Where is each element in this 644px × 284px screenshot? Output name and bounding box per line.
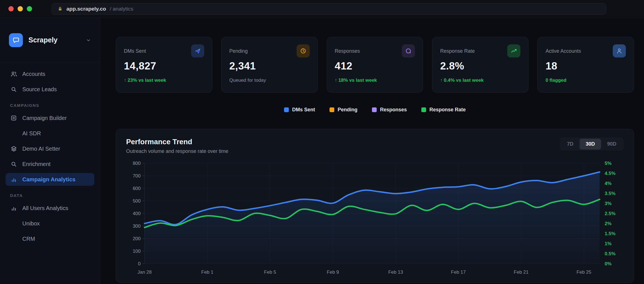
legend-item-responses[interactable]: Responses [372,107,407,113]
svg-text:300: 300 [133,223,141,229]
url-path: / analytics [110,6,133,12]
sidebar-item-campaign-analytics[interactable]: Campaign Analytics [6,173,94,186]
maximize-window-button[interactable] [27,6,32,11]
legend-swatch [421,107,426,112]
legend-swatch [330,107,334,112]
performance-trend-card: Performance Trend Outreach volume and re… [116,129,634,283]
app-window: app.scrapely.co / analytics Scrapely [0,0,644,284]
stat-delta: ↑ 0.4% vs last week [440,78,520,83]
svg-text:800: 800 [133,161,141,166]
sidebar-item-accounts[interactable]: Accounts [6,68,94,80]
svg-text:400: 400 [133,211,141,216]
svg-text:500: 500 [133,198,141,204]
browser-bar: app.scrapely.co / analytics [0,0,644,18]
close-window-button[interactable] [8,6,14,11]
sidebar: Scrapely Accounts [0,18,100,284]
stat-value: 2,341 [229,60,310,72]
search-icon [10,161,17,167]
main-content: DMs Sent 14,827 ↑ 23% vs last week Pendi… [100,18,644,284]
workspace-switcher[interactable]: Scrapely [0,18,100,62]
svg-text:0.5%: 0.5% [605,251,616,256]
stat-label: Pending [229,48,248,54]
sidebar-item-campaign-builder[interactable]: Campaign Builder [6,112,94,124]
minimize-window-button[interactable] [18,6,23,11]
svg-text:3.5%: 3.5% [605,191,616,196]
address-bar[interactable]: app.scrapely.co / analytics [52,3,606,15]
legend-item-dms-sent[interactable]: DMs Sent [284,107,315,113]
sidebar-item-unibox[interactable]: Unibox [6,217,94,230]
search-icon [10,86,17,93]
svg-text:Feb 13: Feb 13 [388,269,403,275]
lock-icon [57,6,63,11]
brand-name: Scrapely [28,36,57,44]
scrapely-logo [9,33,23,47]
sidebar-item-source-leads[interactable]: Source Leads [6,83,94,96]
svg-text:3%: 3% [605,201,612,206]
svg-text:Feb 17: Feb 17 [451,269,466,275]
chat-bubble-icon [12,36,20,44]
performance-trend-chart: 80070060050040030020010005%4.5%4%3.5%3%2… [126,160,624,277]
stat-value: 2.8% [440,60,520,72]
sidebar-section-data: DATA [10,193,90,198]
stat-delta: Queued for today [229,78,310,83]
svg-text:1.5%: 1.5% [605,231,616,236]
svg-text:2%: 2% [605,221,612,226]
stat-card-dms-sent: DMs Sent 14,827 ↑ 23% vs last week [116,37,212,93]
sidebar-item-crm[interactable]: CRM [6,232,94,245]
stat-delta: 0 flagged [546,78,626,83]
layers-icon [10,145,17,152]
stat-value: 14,827 [124,60,204,72]
range-button-90d[interactable]: 90D [601,139,623,150]
chart-subtitle: Outreach volume and response rate over t… [126,148,228,154]
chart-area: 80070060050040030020010005%4.5%4%3.5%3%2… [126,160,624,278]
sidebar-item-ai-sdr[interactable]: AI SDR [6,127,94,140]
stats-row: DMs Sent 14,827 ↑ 23% vs last week Pendi… [116,37,634,93]
svg-text:4.5%: 4.5% [605,171,616,176]
stat-card-responses: Responses 412 ↑ 18% vs last week [327,37,423,93]
chart-legend: DMs Sent Pending Responses Response Rate [116,106,634,113]
stat-label: DMs Sent [124,48,146,54]
send-icon [191,44,204,57]
svg-text:200: 200 [133,236,141,241]
sidebar-item-label: Demo AI Setter [22,146,60,152]
legend-item-pending[interactable]: Pending [330,107,357,113]
chart-title: Performance Trend [126,138,228,146]
sidebar-item-label: Accounts [22,71,45,77]
sidebar-item-enrichment[interactable]: Enrichment [6,158,94,170]
user-icon [613,44,626,57]
users-icon [10,71,17,78]
sidebar-item-demo-ai-setter[interactable]: Demo AI Setter [6,142,94,155]
sidebar-item-label: Unibox [22,220,40,227]
stat-value: 18 [546,60,626,72]
sidebar-nav: Accounts Source Leads CAMPAIGNS [0,62,100,245]
sidebar-section-campaigns: CAMPAIGNS [10,103,90,108]
stat-delta: ↑ 18% vs last week [335,78,415,83]
chat-bubble-icon [402,44,415,57]
url-host: app.scrapely.co [66,6,106,12]
stat-card-pending: Pending 2,341 Queued for today [221,37,318,93]
sidebar-item-label: CRM [22,236,35,242]
range-toggle: 7D 30D 90D [560,138,624,151]
range-button-7d[interactable]: 7D [561,139,580,150]
trending-up-icon [507,44,520,57]
stat-card-response-rate: Response Rate 2.8% ↑ 0.4% vs last week [432,37,528,93]
stat-delta: ↑ 23% vs last week [124,78,204,83]
form-icon [10,115,17,121]
legend-item-response-rate[interactable]: Response Rate [421,107,466,113]
sidebar-item-all-users-analytics[interactable]: All Users Analytics [6,202,94,215]
stat-label: Response Rate [440,48,475,54]
svg-text:1%: 1% [605,241,612,246]
stat-card-active-accounts: Active Accounts 18 0 flagged [537,37,634,93]
sidebar-item-label: All Users Analytics [22,205,68,211]
svg-text:Feb 9: Feb 9 [327,269,339,275]
window-controls [8,6,32,11]
svg-text:2.5%: 2.5% [605,211,616,216]
sidebar-item-label: Enrichment [22,161,51,167]
bar-chart-icon [10,176,17,183]
svg-text:Feb 21: Feb 21 [514,269,528,275]
svg-text:Jan 28: Jan 28 [137,269,152,275]
svg-text:5%: 5% [605,161,612,166]
clock-icon [297,44,310,57]
stat-value: 412 [335,60,415,72]
range-button-30d[interactable]: 30D [580,139,601,150]
